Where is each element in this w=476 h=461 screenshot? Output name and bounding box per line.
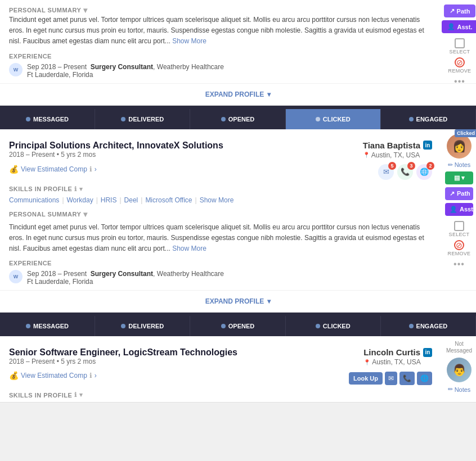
skill-communications[interactable]: Communications [9, 196, 59, 204]
personal-summary-header[interactable]: PERSONAL SUMMARY ▾ [9, 210, 432, 219]
info-icon-3: ℹ [89, 372, 92, 379]
comp-chevron-icon-3: › [95, 372, 97, 379]
lookup-phone-btn[interactable]: 📞 [399, 372, 415, 385]
company-logo: W [9, 63, 23, 76]
status-engaged: ENGAGED [381, 109, 476, 129]
web-badge[interactable]: 🌐 2 [416, 164, 432, 180]
asst-btn-2[interactable]: 👤 Asst. [445, 203, 473, 216]
expand-chevron-icon: ▾ [267, 91, 271, 98]
exp-details-2: Sep 2018 – Present Surgery Consultant, W… [27, 270, 224, 286]
lookup-web-btn[interactable]: 🌐 [417, 372, 432, 385]
candidate-header-3: Senior Software Engineer, LogicStream Te… [9, 347, 432, 369]
lookup-area: Look Up ✉ 📞 🌐 [349, 372, 432, 385]
skill-microsoft-office[interactable]: Microsoft Office [145, 196, 192, 204]
skills-label-3: SKILLS IN PROFILE ℹ ▾ [9, 391, 432, 399]
experience-label: EXPERIENCE [9, 53, 437, 60]
remove-icon: ⊘ [455, 57, 465, 67]
avatar-3: 👨 [447, 358, 471, 382]
avatar: 👩 [447, 134, 471, 159]
select-btn-2[interactable]: SELECT [449, 221, 470, 237]
notes-pencil-icon: ✏ [448, 161, 453, 169]
skills-chevron-icon-3[interactable]: ▾ [79, 391, 83, 399]
remove-btn-2[interactable]: ⊘ REMOVE [448, 240, 471, 256]
candidate-dates: 2018 – Present • 5 yrs 2 mos [9, 151, 223, 159]
candidate-title-3: Senior Software Engineer, LogicStream Te… [9, 347, 237, 358]
skill-workday[interactable]: Workday [67, 196, 93, 204]
more-options-btn-2[interactable]: ••• [453, 259, 465, 269]
phone-count: 3 [407, 162, 415, 170]
clicked-badge: Clicked [455, 129, 476, 137]
expand-profile-btn[interactable]: EXPAND PROFILE ▾ [0, 83, 476, 105]
asst-button[interactable]: 👤 Asst. [442, 20, 476, 33]
comp-icon: 💰 [9, 165, 19, 174]
status-messaged: MESSAGED [0, 109, 95, 129]
checkbox-icon [455, 38, 465, 48]
view-comp-btn-3[interactable]: 💰 View Estimated Comp ℹ › [9, 371, 97, 380]
lookup-btn[interactable]: Look Up [349, 372, 383, 385]
remove-icon-2: ⊘ [454, 240, 464, 250]
lookup-email-btn[interactable]: ✉ [385, 372, 397, 385]
candidate-location: 📍 Austin, TX, USA [363, 151, 432, 159]
status-opened-3: OPENED [190, 316, 285, 336]
exp-item-2: W Sep 2018 – Present Surgery Consultant,… [9, 270, 432, 286]
status-bar-3: MESSAGED DELIVERED OPENED CLICKED ENGAGE… [0, 316, 476, 336]
status-bar: MESSAGED DELIVERED OPENED CLICKED ENGAGE… [0, 109, 476, 129]
skills-row: Communications | Workday | HRIS | Deel |… [9, 196, 432, 204]
notes-pencil-icon-3: ✏ [448, 386, 453, 393]
notes-btn[interactable]: ✏ Notes [448, 161, 471, 169]
green-dropdown-btn[interactable]: ▤ ▾ [445, 171, 473, 184]
status-messaged-3: MESSAGED [0, 316, 95, 336]
asst-icon-2: 👤 [450, 206, 457, 213]
summary-text-2: Tincidunt eget amet purus vel. Tortor te… [9, 222, 432, 255]
status-delivered-3: DELIVERED [95, 316, 190, 336]
summary-chevron-icon[interactable]: ▾ [83, 6, 88, 15]
skill-deel[interactable]: Deel [124, 196, 138, 204]
path-button[interactable]: ↗ Path [444, 4, 476, 17]
show-more-link[interactable]: Show More [172, 37, 206, 45]
checkbox-icon-2 [454, 221, 464, 231]
experience-label-2: EXPERIENCE [9, 260, 432, 266]
candidate-header: Principal Solutions Architect, InnovateX… [9, 141, 432, 162]
status-delivered: DELIVERED [95, 109, 190, 129]
candidate-name-3: Lincoln Curtis in [363, 347, 432, 357]
linkedin-icon-3[interactable]: in [423, 348, 432, 357]
location-pin-icon: 📍 [363, 152, 370, 158]
summary-chevron2-icon: ▾ [83, 210, 88, 219]
not-messaged-label: Not Messaged [444, 341, 474, 354]
phone-badge[interactable]: 📞 3 [397, 164, 413, 180]
status-clicked-3: CLICKED [286, 316, 381, 336]
more-options-btn[interactable]: ••• [454, 76, 465, 87]
skills-info-icon: ℹ [74, 186, 77, 193]
email-count: 5 [388, 162, 396, 170]
exp-company-logo-2: W [9, 270, 23, 283]
expand-profile-btn-2[interactable]: EXPAND PROFILE ▾ [0, 290, 476, 312]
expand-chevron2-icon: ▾ [267, 297, 271, 305]
top-sidebar: ↗ Path 👤 Asst. SELECT ⊘ REMOVE ••• [443, 0, 476, 91]
status-opened: OPENED [190, 109, 285, 129]
info-icon: ℹ [89, 165, 92, 173]
candidate-title: Principal Solutions Architect, InnovateX… [9, 141, 223, 151]
select-btn[interactable]: SELECT [450, 38, 470, 55]
show-more-2[interactable]: Show More [172, 245, 206, 252]
candidate-location-3: 📍 Austin, TX, USA [363, 358, 432, 366]
dropdown-icon: ▤ [454, 174, 460, 182]
skill-hris[interactable]: HRIS [101, 196, 117, 204]
exp-details: Sep 2018 – Present Surgery Consultant, W… [27, 63, 224, 79]
card2-sidebar: 👩 Clicked ✏ Notes ▤ ▾ ↗ Path 👤 Asst. SEL… [442, 129, 476, 274]
email-badge[interactable]: ✉ 5 [378, 164, 394, 180]
avatar-container: 👩 Clicked [447, 134, 471, 159]
notes-btn-3[interactable]: ✏ Notes [448, 386, 471, 393]
status-clicked: CLICKED [286, 109, 381, 129]
card3-sidebar: Not Messaged 👨 ✏ Notes [442, 336, 476, 397]
path-icon: ↗ [450, 7, 455, 15]
personal-summary-label: PERSONAL SUMMARY ▾ [9, 6, 437, 15]
comp-chevron-icon: › [95, 165, 97, 173]
remove-btn[interactable]: ⊘ REMOVE [448, 57, 471, 74]
skills-show-more[interactable]: Show More [200, 196, 234, 204]
skills-chevron-icon[interactable]: ▾ [79, 186, 83, 193]
skills-label: SKILLS IN PROFILE ℹ ▾ [9, 186, 432, 193]
summary-text: Tincidunt eget amet purus vel. Tortor te… [9, 15, 437, 47]
linkedin-icon[interactable]: in [423, 141, 432, 150]
path-btn-2[interactable]: ↗ Path [445, 187, 473, 200]
view-comp-btn[interactable]: 💰 View Estimated Comp ℹ › [9, 165, 97, 174]
